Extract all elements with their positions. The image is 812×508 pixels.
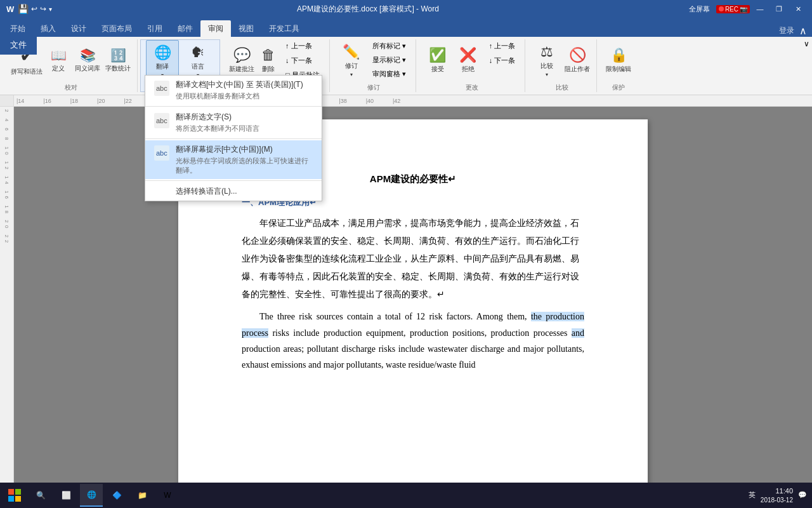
thesaurus-icon: 📚 <box>80 48 96 63</box>
collapse-ribbon-btn[interactable]: ∨ <box>804 39 809 48</box>
wordcount-btn[interactable]: 🔢 字数统计 <box>104 39 132 81</box>
taskview-btn[interactable]: ⬜ <box>55 484 77 507</box>
svg-rect-9 <box>15 489 21 495</box>
ribbon: 文件 开始 插入 设计 页面布局 引用 邮件 审阅 视图 开发工具 登录 ∧ ✔… <box>0 18 812 95</box>
title-bar: W 💾 ↩ ↪ ▾ APM建设的必要性.docx [兼容模式] - Word 全… <box>0 0 812 18</box>
maximize-btn[interactable]: ❐ <box>770 2 788 16</box>
top-ruler-area: |14|16|18|20|22|24|26|28|30|32|34|36|38|… <box>0 95 812 107</box>
cortana-btn[interactable]: 🔍 <box>29 484 52 507</box>
tab-home[interactable]: 开始 <box>3 20 33 37</box>
language-icon: 🗣 <box>191 44 205 61</box>
translate-selection-item[interactable]: abc 翻译所选文字(S) 将所选文本翻译为不同语言 <box>145 108 322 137</box>
jiaodui-label: 校对 <box>65 83 77 92</box>
tab-design[interactable]: 设计 <box>63 20 94 37</box>
track-changes-btn[interactable]: ✏️ 修订 ▾ <box>337 39 365 81</box>
review-pane-btn[interactable]: 审阅窗格 ▾ <box>368 67 410 81</box>
changes-label: 更改 <box>466 83 478 92</box>
taskbar-apps: 🔍 ⬜ 🌐 🔷 📁 W <box>29 484 179 507</box>
edge-btn[interactable]: 🔷 <box>105 484 128 507</box>
save-icon[interactable]: 💾 <box>18 4 29 14</box>
minimize-btn[interactable]: — <box>751 2 769 16</box>
accept-icon: ✅ <box>429 47 446 64</box>
translate-icon: 🌐 <box>154 44 171 61</box>
title-bar-left: W 💾 ↩ ↪ ▾ <box>5 4 52 14</box>
translate-tooltip-item[interactable]: abc 翻译屏幕提示[中文(中国)](M) 光标悬停在字词或所选的段落上可快速进… <box>145 140 322 179</box>
compare-btn[interactable]: ⚖ 比较 ▾ <box>533 39 561 81</box>
track-icon: ✏️ <box>343 44 360 60</box>
svg-text:abc: abc <box>156 149 167 157</box>
english-paragraph: The three risk sources contain a total o… <box>242 309 584 373</box>
tab-view[interactable]: 视图 <box>231 20 261 37</box>
define-icon: 📖 <box>51 48 67 63</box>
login-label[interactable]: 登录 <box>779 25 794 36</box>
left-ruler: 2 4 6 8 10 12 14 16 18 20 22 <box>0 107 14 497</box>
rec-badge: REC 📷 <box>716 5 750 13</box>
svg-text:abc: abc <box>156 117 167 124</box>
word-taskbar-btn[interactable]: W <box>156 484 179 507</box>
ribbon-content: ✔ 拼写和语法 📖 定义 📚 同义词库 🔢 字数统计 校对 <box>0 37 812 95</box>
all-markup-btn[interactable]: 所有标记 ▾ <box>368 39 410 53</box>
changes-group: ✅ 接受 ❌ 拒绝 ↑ 上一条 ↓ 下一条 更改 <box>419 39 526 92</box>
next-change-btn[interactable]: ↓ 下一条 <box>485 54 520 67</box>
show-markup-btn[interactable]: 显示标记 ▾ <box>368 53 410 67</box>
define-btn[interactable]: 📖 定义 <box>46 39 71 81</box>
prev-comment-btn[interactable]: ↑ 上一条 <box>281 39 324 53</box>
svg-text:abc: abc <box>156 84 167 92</box>
close-btn[interactable]: ✕ <box>789 2 807 16</box>
track-label: 修订 <box>367 83 380 92</box>
taskbar: 🔍 ⬜ 🌐 🔷 📁 W 英 11:40 2018-03-12 💬 <box>0 483 812 508</box>
prev-change-btn[interactable]: ↑ 上一条 <box>485 39 520 53</box>
translate-doc-icon: abc <box>153 79 171 97</box>
separator-2 <box>145 138 322 139</box>
translate-selection-icon: abc <box>153 112 171 130</box>
block-authors-btn[interactable]: 🚫 阻止作者 <box>563 39 591 81</box>
compare-label: 比较 <box>556 83 568 92</box>
redo-icon[interactable]: ↪ <box>40 4 46 13</box>
separator-3 <box>145 180 322 181</box>
svg-rect-8 <box>8 489 14 495</box>
translate-dropdown: abc 翻译文档[中文(中国) 至 英语(美国)](T) 使用联机翻译服务翻译文… <box>145 75 322 201</box>
ribbon-collapse-icon[interactable]: ∧ <box>799 25 807 37</box>
ime-icon[interactable]: 英 <box>749 490 756 500</box>
tab-review[interactable]: 审阅 <box>200 20 231 37</box>
restrict-edit-btn[interactable]: 🔒 限制编辑 <box>605 39 632 81</box>
top-ruler: |14|16|18|20|22|24|26|28|30|32|34|36|38|… <box>14 95 812 106</box>
window-title: APM建设的必要性.docx [兼容模式] - Word <box>52 4 684 15</box>
tab-mail[interactable]: 邮件 <box>170 20 200 37</box>
ie-btn[interactable]: 🌐 <box>80 484 103 507</box>
tab-dev[interactable]: 开发工具 <box>261 20 307 37</box>
new-comment-icon: 💬 <box>233 47 251 64</box>
compare-group: ⚖ 比较 ▾ 🚫 阻止作者 比较 <box>528 39 597 92</box>
main-area: 2 4 6 8 10 12 14 16 18 20 22 APM建设的必要性↵ … <box>0 107 812 497</box>
accept-btn[interactable]: ✅ 接受 <box>424 39 452 81</box>
start-btn[interactable] <box>5 486 24 505</box>
tab-references[interactable]: 引用 <box>140 20 170 37</box>
svg-rect-10 <box>8 496 14 502</box>
word-icon: W <box>5 4 15 14</box>
chinese-paragraph: 年保证工业产品成本，满足用户需求，提高市场竞争能力，提高企业经济效益，石化企业必… <box>242 215 584 304</box>
compare-icon: ⚖ <box>540 44 553 60</box>
thesaurus-btn[interactable]: 📚 同义词库 <box>74 39 102 81</box>
tab-layout[interactable]: 页面布局 <box>94 20 140 37</box>
undo-icon[interactable]: ↩ <box>31 4 37 13</box>
track-group: ✏️ 修订 ▾ 所有标记 ▾ 显示标记 ▾ 审阅窗格 ▾ 修订 <box>332 39 416 92</box>
next-comment-btn[interactable]: ↓ 下一条 <box>281 54 324 67</box>
content-area: APM建设的必要性↵ 一、APM理论应用↵ 年保证工业产品成本，满足用户需求，提… <box>14 107 812 497</box>
block-icon: 🚫 <box>569 47 586 64</box>
select-language-item[interactable]: 选择转换语言(L)... <box>145 182 322 201</box>
reject-icon: ❌ <box>459 47 476 64</box>
separator-1 <box>145 106 322 107</box>
title-bar-controls: 全屏幕 REC 📷 — ❐ ✕ <box>684 2 807 16</box>
file-tab[interactable]: 文件 <box>0 36 37 55</box>
svg-rect-11 <box>15 496 21 502</box>
tab-insert[interactable]: 插入 <box>33 20 63 37</box>
reject-btn[interactable]: ❌ 拒绝 <box>454 39 482 81</box>
wordcount-icon: 🔢 <box>110 48 126 63</box>
notification-btn[interactable]: 💬 <box>798 491 807 499</box>
translate-doc-item[interactable]: abc 翻译文档[中文(中国) 至 英语(美国)](T) 使用联机翻译服务翻译文… <box>145 76 322 105</box>
system-tray: 英 11:40 2018-03-12 💬 <box>749 486 807 504</box>
translate-tooltip-icon: abc <box>153 144 171 162</box>
highlighted-text-and: and <box>572 328 584 338</box>
fullscreen-label[interactable]: 全屏幕 <box>684 4 715 14</box>
explorer-btn[interactable]: 📁 <box>131 484 154 507</box>
